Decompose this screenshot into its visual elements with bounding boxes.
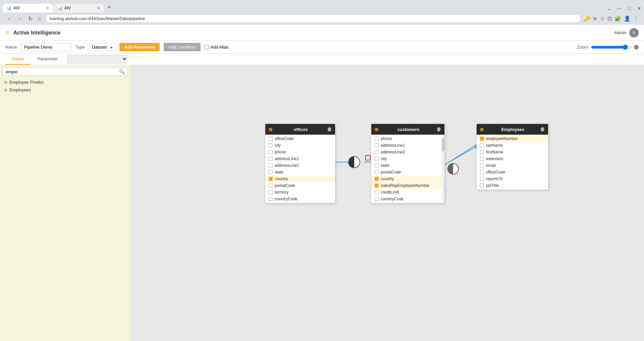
svg-line-5: [442, 145, 480, 166]
employees-officeCode-cb[interactable]: [480, 170, 484, 174]
customers-addressLine1-cb[interactable]: [375, 143, 379, 147]
hamburger-menu[interactable]: ≡: [5, 29, 9, 37]
tab-detail[interactable]: Detail: [5, 54, 31, 65]
customers-country-cb[interactable]: [375, 177, 379, 181]
new-tab-button[interactable]: +: [105, 3, 114, 12]
offices-postalCode-cb[interactable]: [269, 184, 273, 188]
offices-country-label: country: [275, 177, 288, 181]
employees-reportsTo-cb[interactable]: [480, 177, 484, 181]
table-row-salesRep-highlighted: salesRepEmployeeNumber: [371, 182, 444, 189]
table-row: extension: [477, 155, 548, 162]
svg-rect-3: [366, 155, 370, 160]
employees-email-label: email: [486, 163, 496, 168]
tab-overflow-icon[interactable]: ⌄: [607, 6, 611, 11]
table-row: jobTitle: [477, 182, 548, 189]
employees-delete-icon[interactable]: 🗑: [540, 127, 545, 132]
offices-phone-cb[interactable]: [269, 150, 273, 154]
browser-actions: 🔑 ⊳ ☆ ⊡ 🧩 👤 ⋮: [584, 15, 639, 22]
search-input[interactable]: [6, 69, 119, 74]
tab-2[interactable]: 📊 AIV ✕: [54, 4, 104, 12]
bookmark-icon[interactable]: ☆: [600, 15, 605, 22]
canvas-area[interactable]: ⊞ offices 🗑 officeCode city phone: [131, 65, 644, 341]
close-window-icon[interactable]: ✕: [637, 6, 641, 11]
offices-addressLine2-cb[interactable]: [269, 163, 273, 167]
employees-lastName-cb[interactable]: [480, 143, 484, 147]
tabs-row: Detail Parameter: [0, 54, 644, 65]
profile-icon[interactable]: 👤: [624, 15, 631, 22]
address-bar-input[interactable]: [45, 14, 581, 23]
offices-territory-cb[interactable]: [269, 190, 273, 194]
offices-delete-icon[interactable]: 🗑: [327, 127, 332, 132]
employees-email-cb[interactable]: [480, 163, 484, 167]
add-alias-checkbox[interactable]: [205, 45, 209, 49]
offices-table-body: officeCode city phone addressLine1 addre…: [265, 135, 335, 203]
add-condition-button[interactable]: Add Condition: [164, 43, 201, 51]
employees-employeeNumber-cb[interactable]: [480, 137, 484, 141]
join-node-offices-customers[interactable]: [348, 156, 360, 168]
tab-1[interactable]: 📊 AIV ✕: [3, 4, 53, 12]
minimize-icon[interactable]: ─: [618, 6, 621, 11]
avatar: A: [629, 28, 639, 38]
sidebar-item-employee-predict[interactable]: ⊞ Employee Predict: [3, 78, 128, 86]
name-input[interactable]: [21, 43, 71, 51]
table-row: addressLine2: [371, 149, 444, 155]
table-row: addressLine1: [265, 155, 335, 162]
refresh-button[interactable]: ↻: [27, 15, 34, 22]
zoom-slider[interactable]: [591, 45, 631, 50]
employees-firstName-cb[interactable]: [480, 150, 484, 154]
forward-button[interactable]: →: [16, 15, 24, 22]
employees-table-header: ⊞ Employees 🗑: [477, 124, 548, 135]
table-row-country-highlighted: country: [371, 176, 444, 182]
customers-postalCode-label: postalCode: [381, 170, 401, 175]
menu-icon[interactable]: ⋮: [633, 15, 639, 22]
customers-countryCode-cb[interactable]: [375, 197, 379, 201]
employees-table-title: Employees: [501, 127, 525, 132]
tree-expand-icon-2: ⊞: [4, 88, 7, 92]
customers-phone-cb[interactable]: [375, 137, 379, 141]
tab-2-close[interactable]: ✕: [97, 6, 100, 10]
tab-parameter[interactable]: Parameter: [31, 54, 64, 65]
employees-table-icon: ⊞: [480, 127, 484, 132]
customers-state-label: state: [381, 163, 389, 168]
offices-country-cb[interactable]: [269, 177, 273, 181]
employees-extension-cb[interactable]: [480, 157, 484, 161]
offices-addressLine1-cb[interactable]: [269, 157, 273, 161]
address-bar-row: ← → ↻ ⌂ 🔑 ⊳ ☆ ⊡ 🧩 👤 ⋮: [3, 12, 641, 25]
offices-addressLine1-label: addressLine1: [275, 156, 299, 161]
parameter-select[interactable]: [67, 55, 127, 63]
type-select[interactable]: Dataset: [89, 43, 115, 51]
join-node-customers-employees[interactable]: [447, 163, 459, 175]
tab-1-close[interactable]: ✕: [46, 6, 49, 10]
customers-creditLimit-cb[interactable]: [375, 190, 379, 194]
customers-state-cb[interactable]: [375, 163, 379, 167]
tab-2-label: AIV: [64, 6, 71, 10]
table-row: territory: [265, 189, 335, 196]
offices-officeCode-label: officeCode: [275, 136, 294, 141]
offices-table-header: ⊞ offices 🗑: [265, 124, 335, 135]
employees-lastName-label: lastName: [486, 143, 503, 148]
offices-city-cb[interactable]: [269, 143, 273, 147]
table-row: officeCode: [265, 135, 335, 142]
offices-state-label: state: [275, 170, 283, 175]
search-icon: 🔍: [119, 69, 125, 74]
back-button[interactable]: ←: [5, 15, 13, 22]
sidebar: 🔍 ⊞ Employee Predict ⊞ Employees: [0, 65, 131, 341]
customers-delete-icon[interactable]: 🗑: [436, 127, 441, 132]
offices-countryCode-cb[interactable]: [269, 197, 273, 201]
customers-salesRep-cb[interactable]: [375, 184, 379, 188]
employees-jobTitle-cb[interactable]: [480, 184, 484, 188]
add-alias-label: Add Alias: [210, 45, 228, 50]
maximize-icon[interactable]: □: [628, 6, 631, 11]
offices-officeCode-cb[interactable]: [269, 137, 273, 141]
browser-chrome: 📊 AIV ✕ 📊 AIV ✕ + ⌄ ─ □ ✕ ← → ↻ ⌂ 🔑 ⊳ ☆ …: [0, 0, 644, 25]
customers-city-cb[interactable]: [375, 157, 379, 161]
sidebar-item-employees[interactable]: ⊞ Employees: [3, 86, 128, 94]
home-button[interactable]: ⌂: [37, 15, 43, 22]
offices-state-cb[interactable]: [269, 170, 273, 174]
name-label: Name: [5, 45, 17, 50]
table-row: phone: [371, 135, 444, 142]
add-parameter-button[interactable]: Add Parameter: [119, 43, 160, 51]
customers-postalCode-cb[interactable]: [375, 170, 379, 174]
customers-addressLine2-cb[interactable]: [375, 150, 379, 154]
table-row: state: [371, 162, 444, 169]
